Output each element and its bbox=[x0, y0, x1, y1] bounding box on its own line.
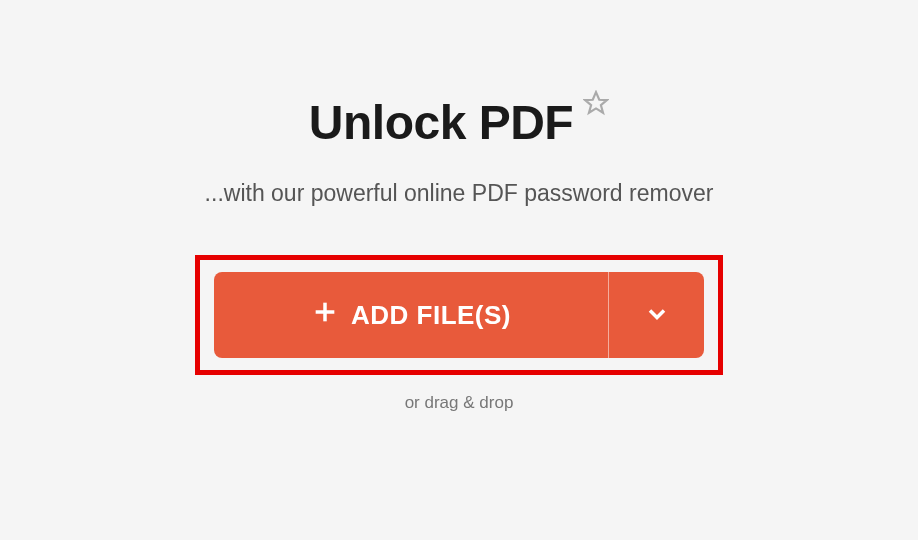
title-row: Unlock PDF bbox=[309, 95, 609, 150]
page-subtitle: ...with our powerful online PDF password… bbox=[205, 180, 714, 207]
svg-marker-0 bbox=[585, 92, 607, 113]
add-files-dropdown-button[interactable] bbox=[608, 272, 704, 358]
plus-icon bbox=[311, 298, 339, 333]
drag-drop-hint: or drag & drop bbox=[405, 393, 514, 413]
upload-button-highlight: ADD FILE(S) bbox=[195, 255, 723, 375]
add-files-button[interactable]: ADD FILE(S) bbox=[214, 272, 608, 358]
upload-button-group: ADD FILE(S) bbox=[214, 272, 704, 358]
chevron-down-icon bbox=[643, 300, 671, 331]
star-icon[interactable] bbox=[583, 90, 609, 120]
page-title: Unlock PDF bbox=[309, 95, 573, 150]
add-files-label: ADD FILE(S) bbox=[351, 300, 511, 331]
